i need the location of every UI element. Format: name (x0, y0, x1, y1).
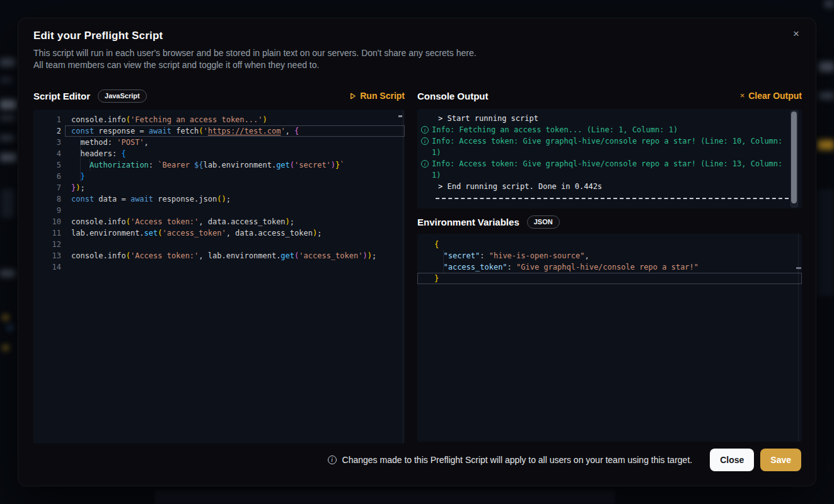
code-token: { (434, 240, 439, 249)
code-line[interactable]: 13console.info('Access token:', lab.envi… (33, 250, 405, 261)
backdrop-fragment (3, 345, 9, 350)
code-line[interactable]: 14 (33, 261, 405, 273)
code-token: ; (372, 251, 376, 260)
code-token: ( (158, 229, 162, 238)
code-line[interactable]: 8const data = await response.json(); (33, 193, 405, 205)
console-output-heading: Console Output (417, 91, 489, 101)
line-number: 4 (33, 148, 61, 159)
code-token: ` (340, 161, 344, 169)
code-token: get (276, 161, 290, 169)
code-line[interactable]: 4 headers: { (33, 148, 405, 159)
console-output-panel[interactable]: > Start running scriptiInfo: Fetching an… (417, 109, 802, 209)
code-token: fetch (171, 127, 199, 135)
code-token: console.info (71, 251, 126, 260)
backdrop-fragment (3, 315, 9, 320)
backdrop-fragment (817, 189, 834, 296)
indent-guide (80, 137, 81, 182)
env-scrollbar-track[interactable] (798, 234, 799, 442)
console-line-text: Info: Access token: Give graphql-hive/co… (432, 158, 786, 181)
line-number: 11 (33, 227, 61, 239)
code-token: { (121, 149, 125, 158)
code-token: ( (126, 217, 130, 226)
clear-output-label: Clear Output (748, 91, 802, 101)
description-line-2: All team members can view the script and… (33, 59, 477, 71)
code-line[interactable]: 6 } (33, 171, 405, 182)
code-token: 'Access token:' (130, 217, 199, 226)
footer-notice: i Changes made to this Preflight Script … (328, 455, 693, 465)
code-token: set (144, 229, 158, 238)
code-token: "hive-is-open-source" (489, 251, 585, 260)
play-icon (349, 93, 356, 100)
code-token: 'POST' (117, 138, 144, 147)
code-line[interactable]: 7}); (33, 182, 405, 193)
backdrop-fragment (0, 270, 15, 277)
code-line[interactable]: } (417, 273, 802, 284)
modal-footer: i Changes made to this Preflight Script … (33, 448, 801, 472)
line-number: 14 (33, 261, 61, 273)
modal-close-icon[interactable]: × (788, 26, 804, 42)
code-token (71, 172, 80, 181)
code-line[interactable]: 12 (33, 239, 405, 250)
code-line[interactable]: 1console.info('Fetching an access token.… (33, 114, 405, 125)
console-scrollbar-thumb[interactable] (791, 112, 797, 203)
editor-scrollbar-track[interactable] (403, 110, 403, 444)
code-token: ) (368, 251, 372, 260)
code-line[interactable]: 3 method: 'POST', (33, 137, 405, 148)
line-number: 2 (33, 125, 61, 137)
environment-variables-editor[interactable]: { "secret": "hive-is-open-source", "acce… (417, 234, 802, 442)
code-token: { (294, 127, 299, 135)
console-line: iInfo: Access token: Give graphql-hive/c… (421, 158, 802, 181)
code-token: "Give graphql-hive/console repo a star!" (516, 263, 698, 272)
backdrop-fragment (0, 100, 16, 110)
description-line-1: This script will run in each user's brow… (33, 47, 477, 59)
code-line[interactable]: "secret": "hive-is-open-source", (417, 250, 802, 261)
console-line: iInfo: Fetching an access token... (Line… (421, 124, 802, 135)
code-token (434, 251, 443, 260)
code-token: 'access_token' (163, 229, 226, 238)
page-background: × Edit your Preflight Script This script… (0, 0, 834, 504)
indent-guide (90, 159, 90, 171)
code-token: , data.access_token (199, 217, 285, 226)
code-token: ; (317, 229, 321, 238)
save-button[interactable]: Save (760, 449, 801, 471)
script-code-editor[interactable]: 1console.info('Fetching an access token.… (33, 110, 405, 444)
code-token: 'Fetching an access token...' (130, 115, 263, 124)
code-token: ${ (194, 161, 203, 169)
modal-title: Edit your Preflight Script (33, 30, 163, 42)
line-number: 12 (33, 239, 61, 250)
info-circle-icon: i (421, 135, 432, 145)
backdrop-fragment (155, 490, 615, 504)
code-line[interactable]: { (417, 239, 802, 250)
backdrop-fragment (818, 140, 834, 150)
code-token: await (149, 127, 171, 135)
close-button[interactable]: Close (710, 449, 754, 471)
code-token: response = (94, 127, 149, 135)
language-badge: JavaScript (98, 89, 147, 103)
info-circle-icon: i (421, 126, 429, 134)
preflight-script-modal: × Edit your Preflight Script This script… (18, 18, 816, 486)
clear-output-button[interactable]: × Clear Output (740, 91, 802, 101)
modal-description: This script will run in each user's brow… (33, 47, 477, 71)
code-line[interactable]: "access_token": "Give graphql-hive/conso… (417, 261, 802, 273)
code-token: 'access_token' (299, 251, 362, 260)
line-number: 6 (33, 171, 61, 182)
code-token: } (80, 172, 84, 181)
code-line[interactable]: 10console.info('Access token:', data.acc… (33, 216, 405, 227)
backdrop-fragment (1, 189, 14, 218)
code-token: : (507, 263, 516, 272)
line-number: 5 (33, 159, 61, 171)
console-line-text: > End running script. Done in 0.442s (438, 181, 784, 192)
line-number: 1 (33, 114, 61, 125)
code-token: ; (226, 195, 231, 203)
overview-ruler-mark (796, 267, 801, 269)
run-script-button[interactable]: Run Script (349, 91, 405, 101)
code-token: ) (286, 217, 290, 226)
code-line[interactable]: 2const response = await fetch('https://t… (33, 125, 405, 137)
code-token: 'Access token:' (130, 251, 199, 260)
code-line[interactable]: 9 (33, 205, 405, 216)
code-line[interactable]: 11lab.environment.set('access_token', da… (33, 227, 405, 239)
backdrop-fragment (0, 58, 15, 67)
overview-ruler-mark (398, 115, 402, 117)
code-token: https://test.com (208, 127, 281, 135)
code-token: , (286, 127, 294, 135)
